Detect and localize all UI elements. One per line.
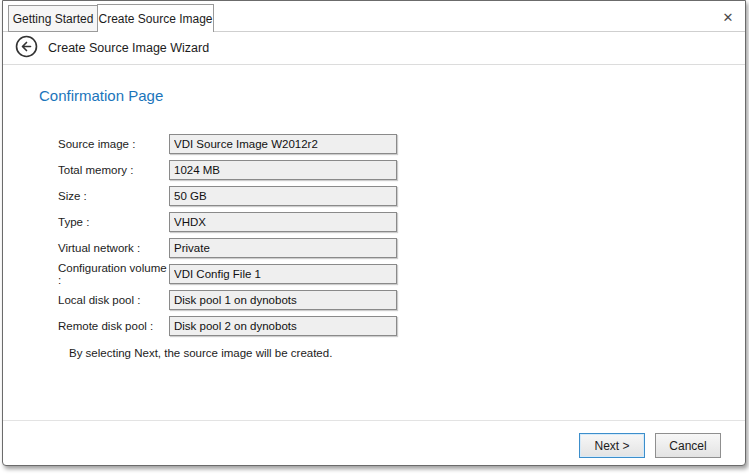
tab-getting-started[interactable]: Getting Started <box>8 5 98 32</box>
page-title: Confirmation Page <box>39 87 163 104</box>
size-field[interactable] <box>169 186 397 206</box>
total-memory-label: Total memory : <box>58 164 169 176</box>
back-button[interactable] <box>15 35 38 58</box>
form-row-local-disk-pool: Local disk pool : <box>58 290 397 310</box>
configuration-volume-field[interactable] <box>169 264 397 284</box>
tab-create-source-image-label: Create Source Image <box>98 12 212 26</box>
tab-getting-started-label: Getting Started <box>13 12 94 26</box>
close-icon[interactable]: ✕ <box>719 8 737 26</box>
type-label: Type : <box>58 216 169 228</box>
remote-disk-pool-label: Remote disk pool : <box>58 320 169 332</box>
form-row-configuration-volume: Configuration volume : <box>58 264 397 284</box>
footer-divider <box>3 420 745 421</box>
source-image-label: Source image : <box>58 138 169 150</box>
form-row-source-image: Source image : <box>58 134 397 154</box>
configuration-volume-label: Configuration volume : <box>58 262 169 286</box>
local-disk-pool-label: Local disk pool : <box>58 294 169 306</box>
total-memory-field[interactable] <box>169 160 397 180</box>
remote-disk-pool-field[interactable] <box>169 316 397 336</box>
footer-buttons: Next > Cancel <box>579 433 721 458</box>
header-divider <box>3 64 745 65</box>
tab-create-source-image[interactable]: Create Source Image <box>97 4 214 32</box>
confirmation-form: Source image : Total memory : Size : Typ… <box>58 134 397 342</box>
virtual-network-field[interactable] <box>169 238 397 258</box>
virtual-network-label: Virtual network : <box>58 242 169 254</box>
local-disk-pool-field[interactable] <box>169 290 397 310</box>
confirmation-note: By selecting Next, the source image will… <box>69 347 332 359</box>
form-row-total-memory: Total memory : <box>58 160 397 180</box>
form-row-remote-disk-pool: Remote disk pool : <box>58 316 397 336</box>
type-field[interactable] <box>169 212 397 232</box>
next-button[interactable]: Next > <box>579 433 645 458</box>
arrow-left-circle-icon <box>15 35 38 58</box>
form-row-type: Type : <box>58 212 397 232</box>
form-row-size: Size : <box>58 186 397 206</box>
wizard-title: Create Source Image Wizard <box>48 41 209 55</box>
screenshot-stage: Getting Started Create Source Image ✕ Cr… <box>0 0 749 475</box>
wizard-window: Getting Started Create Source Image ✕ Cr… <box>2 0 746 466</box>
source-image-field[interactable] <box>169 134 397 154</box>
cancel-button[interactable]: Cancel <box>655 433 721 458</box>
size-label: Size : <box>58 190 169 202</box>
form-row-virtual-network: Virtual network : <box>58 238 397 258</box>
